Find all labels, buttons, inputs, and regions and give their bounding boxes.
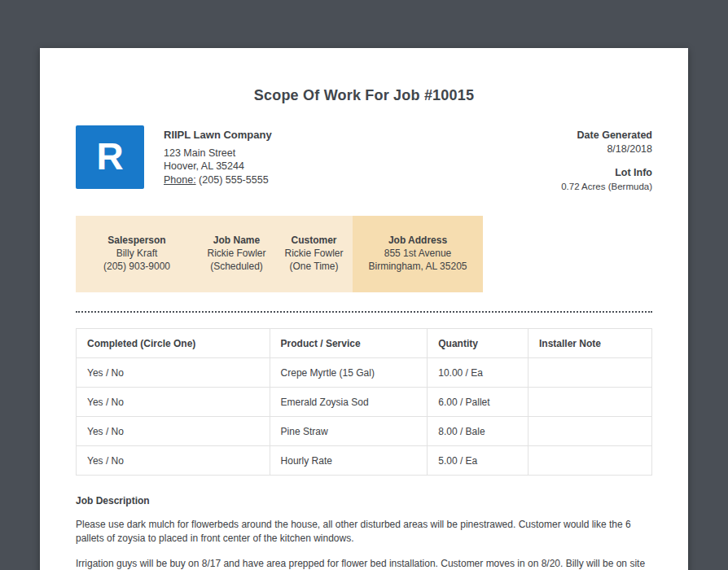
work-items-table: Completed (Circle One) Product / Service… [76,328,652,476]
phone-label: Phone: [164,174,196,186]
document-page: Scope Of Work For Job #10015 R RIIPL Law… [40,48,688,570]
job-summary-banner: Salesperson Billy Kraft (205) 903-9000 J… [76,216,652,292]
company-phone-line: Phone: (205) 555-5555 [164,173,272,187]
date-generated-label: Date Generated [561,129,652,142]
summary-line2: Birmingham, AL 35205 [356,260,480,273]
table-row: Yes / No Hourly Rate 5.00 / Ea [77,446,652,476]
summary-cell-salesperson: Salesperson Billy Kraft (205) 903-9000 [76,216,198,292]
table-header-row: Completed (Circle One) Product / Service… [77,329,652,358]
document-header: R RIIPL Lawn Company 123 Main Street Hoo… [76,125,652,193]
table-cell-product: Pine Straw [270,417,428,446]
table-cell-installer-note [528,358,651,388]
table-cell-installer-note [528,446,651,476]
table-header-completed: Completed (Circle One) [77,329,270,358]
meta-block: Date Generated 8/18/2018 Lot Info 0.72 A… [561,125,652,193]
summary-line2: (One Time) [278,260,349,273]
company-info: RIIPL Lawn Company 123 Main Street Hoove… [164,125,272,193]
table-header-quantity: Quantity [428,329,528,358]
table-cell-installer-note [528,417,651,446]
job-description-paragraph: Irrigation guys will be buy on 8/17 and … [76,557,652,570]
date-generated-value: 8/18/2018 [561,142,652,156]
summary-label: Customer [278,234,349,247]
job-description-section: Job Description Please use dark mulch fo… [76,495,652,570]
company-name: RIIPL Lawn Company [164,129,272,142]
table-cell-quantity: 8.00 / Bale [428,417,528,446]
summary-cell-job-name: Job Name Rickie Fowler (Scheduled) [198,216,275,292]
page-title: Scope Of Work For Job #10015 [76,48,652,104]
table-header-product-service: Product / Service [270,329,428,358]
job-description-heading: Job Description [76,495,652,506]
job-description-paragraph: Please use dark mulch for flowerbeds aro… [76,518,652,546]
table-cell-product: Emerald Zoysia Sod [270,388,428,417]
summary-line1: Rickie Fowler [278,247,349,260]
summary-line2: (Scheduled) [201,260,272,273]
summary-label: Salesperson [79,234,195,247]
table-cell-completed: Yes / No [77,388,270,417]
summary-label: Job Name [201,234,272,247]
logo-letter: R [96,138,123,175]
table-cell-quantity: 10.00 / Ea [428,358,528,388]
table-cell-completed: Yes / No [77,358,270,388]
company-address-line1: 123 Main Street [164,147,272,160]
table-header-installer-note: Installer Note [528,329,651,358]
summary-label: Job Address [356,234,480,247]
table-cell-product: Crepe Myrtle (15 Gal) [270,358,428,388]
summary-line2: (205) 903-9000 [79,260,195,273]
company-block: R RIIPL Lawn Company 123 Main Street Hoo… [76,125,272,193]
summary-cell-customer: Customer Rickie Fowler (One Time) [275,216,353,292]
summary-line1: Billy Kraft [79,247,195,260]
table-cell-installer-note [528,388,651,417]
company-logo-icon: R [76,125,144,189]
meta-spacer [561,156,652,166]
summary-line1: Rickie Fowler [201,247,272,260]
lot-info-label: Lot Info [561,166,652,180]
table-cell-product: Hourly Rate [270,446,428,476]
company-address-line2: Hoover, AL 35244 [164,160,272,173]
table-cell-completed: Yes / No [77,417,270,446]
summary-cell-job-address: Job Address 855 1st Avenue Birmingham, A… [353,216,483,292]
summary-line1: 855 1st Avenue [356,247,480,260]
table-cell-quantity: 5.00 / Ea [428,446,528,476]
table-row: Yes / No Crepe Myrtle (15 Gal) 10.00 / E… [77,358,652,388]
table-row: Yes / No Pine Straw 8.00 / Bale [77,417,652,446]
table-cell-completed: Yes / No [77,446,270,476]
lot-info-value: 0.72 Acres (Bermuda) [561,180,652,194]
dotted-divider [76,311,652,313]
phone-value: (205) 555-5555 [199,174,268,186]
table-cell-quantity: 6.00 / Pallet [428,388,528,417]
table-row: Yes / No Emerald Zoysia Sod 6.00 / Palle… [77,388,652,417]
